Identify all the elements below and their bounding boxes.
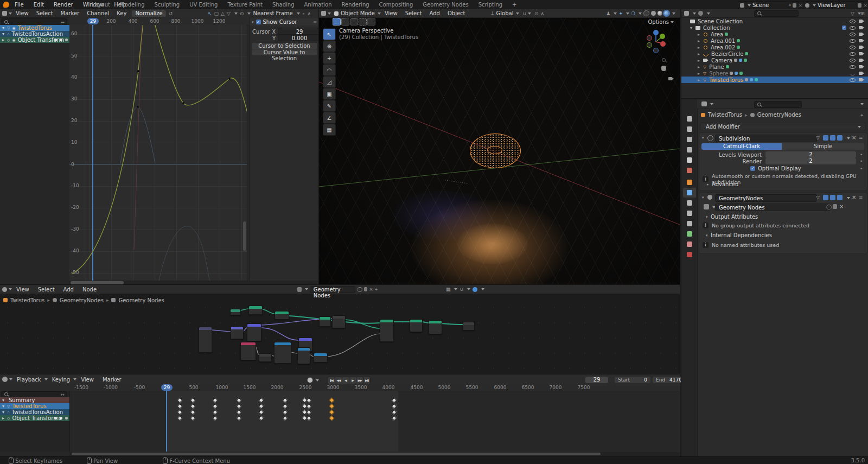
channel-label[interactable]: TwistedTorus [18,25,52,31]
graph-menu[interactable]: Key [113,10,130,16]
keyframe-column[interactable] [237,398,241,422]
animate-dot[interactable]: • [860,166,863,171]
data-badge[interactable] [744,59,747,62]
panel-menu-icon[interactable]: ≡ [313,20,317,24]
data-badge[interactable] [744,20,748,23]
graph-channel-row[interactable]: ▸ ◇ ◉ Object Transform [0,37,69,43]
graph-menu[interactable]: Channel [83,10,113,16]
object-name[interactable]: Area.001 [711,38,735,44]
node-overlay-icon[interactable]: ▦ [446,287,451,292]
object-type-icon[interactable] [702,50,710,58]
lock-badge[interactable] [65,399,68,402]
dope-h-scrollbar-thumb[interactable] [72,453,601,455]
geometry-node[interactable] [332,315,346,328]
object-type-icon[interactable] [695,26,700,30]
overlays-icon[interactable]: ✦ [618,11,623,16]
drag-handle-icon[interactable]: ≡ [859,195,863,200]
tweak-select-icon[interactable]: ↖ [208,11,212,16]
snap-magnet-icon[interactable]: ∪ [522,11,526,16]
keyframe-column[interactable] [303,398,307,422]
collection-checkbox[interactable]: ✓ [842,26,846,30]
viewport-options-dropdown[interactable]: Options [648,19,674,25]
graph-canvas[interactable] [69,25,247,281]
close-icon[interactable]: × [798,3,802,8]
properties-tab[interactable] [683,114,696,124]
keyframe-column[interactable] [392,398,396,422]
unlink-icon[interactable]: × [839,204,844,209]
viewport-editor-type-icon[interactable] [321,11,326,16]
keyframe[interactable] [237,398,242,403]
frame-end-field[interactable]: End 4170 [653,377,685,383]
expand-icon[interactable]: ↔ [60,392,65,397]
hide-viewport-icon[interactable] [850,58,856,62]
node-tree-selector[interactable]: Geometry Nodes ◯ × ⌖ [297,286,378,293]
shading-material-icon[interactable] [658,11,662,16]
data-badge[interactable] [730,33,733,36]
geometry-node[interactable] [274,342,291,364]
viewport-tool-button[interactable]: ✎ [323,100,336,112]
data-badge[interactable] [745,52,748,55]
dopesheet-editor-type-icon[interactable] [2,377,8,382]
playback-menu[interactable]: Playback [12,377,43,383]
xray-icon[interactable]: ❍ [631,11,635,16]
data-badge[interactable] [742,46,745,49]
expand-icon[interactable]: ↔ [60,20,65,25]
timeline-current-frame-badge[interactable]: 29 [161,384,173,391]
object-name[interactable]: TwistedTorus [709,77,743,83]
keyframe[interactable] [177,404,183,409]
workspace-tab[interactable]: UV Editing [184,0,222,9]
object-name[interactable]: Scene Collection [698,18,743,24]
lock-badge[interactable] [65,405,68,408]
lock-badge[interactable] [65,33,68,35]
transport-button[interactable]: ▶▮ [363,377,371,384]
node-tree-name[interactable]: Geometry Nodes [310,286,356,293]
mute-badge[interactable] [60,399,62,402]
mute-badge[interactable] [60,33,62,35]
channel-icons[interactable]: ▽ [7,404,10,409]
geometry-node[interactable] [319,316,331,327]
hide-viewport-icon[interactable] [850,19,856,23]
graph-v-scrollbar[interactable] [243,221,246,251]
keyframe[interactable] [177,398,183,403]
viewport-menu[interactable]: Select [401,10,426,16]
modifier-badge[interactable] [54,27,57,29]
hide-viewport-icon[interactable] [850,32,856,36]
levels-viewport-field[interactable]: 2 [765,151,856,158]
keyframe[interactable] [213,416,218,421]
object-type-icon[interactable] [703,65,706,69]
keyframe-column[interactable] [213,398,217,422]
topbar-menu[interactable]: Render [49,2,78,8]
keyframe[interactable] [392,404,397,409]
properties-tab[interactable] [683,198,696,208]
data-badge[interactable] [731,65,734,68]
data-badge[interactable] [735,72,738,75]
keyframe[interactable] [392,416,397,421]
object-name[interactable]: Camera [711,58,732,63]
warning-icon[interactable]: △ [221,11,225,16]
keyframe[interactable] [213,404,218,409]
object-type-icon[interactable] [703,71,706,76]
graph-channel-row[interactable]: ▾ ▽ ◉ TwistedTorus [0,25,69,31]
keyframe[interactable] [307,410,312,415]
collapse-icon[interactable]: ▾ [702,195,704,200]
animate-dot[interactable]: • [860,152,863,157]
keying-menu[interactable]: Keying [48,377,72,383]
viewport-menu[interactable]: Add [426,10,444,16]
properties-tab[interactable] [683,155,696,165]
keyframe-column[interactable] [259,398,263,422]
geometry-node[interactable] [463,322,475,330]
select-circle-mode[interactable] [350,18,358,26]
outliner-row[interactable]: ▸ Area.002 ✓ [681,44,868,50]
object-type-icon[interactable] [703,45,708,50]
modifier-badge[interactable] [54,33,57,35]
snap-icon[interactable]: ∘ [302,11,305,16]
outliner-search[interactable] [754,10,799,17]
orientation-dropdown[interactable]: Global [494,10,515,16]
navigation-gizmo[interactable] [643,27,668,54]
geometry-node[interactable] [380,319,394,342]
keyframe[interactable] [190,416,196,421]
workspace-tab[interactable]: + [507,0,521,9]
viewport-tool-button[interactable]: + [323,52,336,64]
keyframe[interactable] [329,404,335,409]
viewport-menu[interactable]: View [381,10,401,16]
